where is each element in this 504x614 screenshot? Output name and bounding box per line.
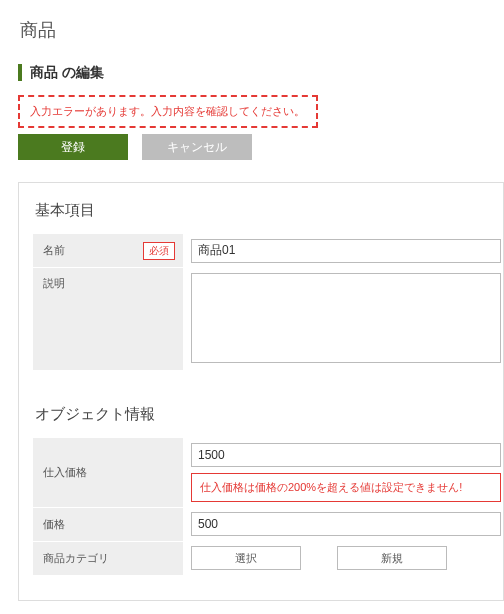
label-price: 価格 (33, 507, 183, 541)
edit-subtitle: 商品 の編集 (18, 64, 504, 81)
category-select-button[interactable]: 選択 (191, 546, 301, 570)
label-price-text: 価格 (43, 518, 65, 530)
error-banner: 入力エラーがあります。入力内容を確認してください。 (18, 95, 318, 128)
section-object-title: オブジェクト情報 (33, 405, 503, 424)
label-name: 名前 必須 (33, 234, 183, 268)
cancel-button-top[interactable]: キャンセル (142, 134, 252, 160)
label-purchase-price: 仕入価格 (33, 438, 183, 507)
label-purchase-price-text: 仕入価格 (43, 466, 87, 478)
page-title: 商品 (18, 18, 504, 42)
label-category: 商品カテゴリ (33, 541, 183, 575)
price-input[interactable] (191, 512, 501, 536)
label-name-text: 名前 (43, 244, 65, 256)
register-button-top[interactable]: 登録 (18, 134, 128, 160)
object-form-table: 仕入価格 仕入価格は価格の200%を超える値は設定できません! 価格 商品カテゴ… (33, 438, 503, 576)
category-new-button[interactable]: 新規 (337, 546, 447, 570)
label-description: 説明 (33, 268, 183, 371)
required-badge: 必須 (143, 242, 175, 260)
form-panel: 基本項目 名前 必須 説明 オブジェクト情報 仕入価格 (18, 182, 504, 601)
description-textarea[interactable] (191, 273, 501, 363)
label-category-text: 商品カテゴリ (43, 552, 109, 564)
section-basic-title: 基本項目 (33, 201, 503, 220)
label-description-text: 説明 (43, 277, 65, 289)
top-button-row: 登録 キャンセル (18, 134, 504, 160)
name-input[interactable] (191, 239, 501, 263)
basic-form-table: 名前 必須 説明 (33, 234, 503, 372)
purchase-price-input[interactable] (191, 443, 501, 467)
purchase-price-error: 仕入価格は価格の200%を超える値は設定できません! (191, 473, 501, 502)
